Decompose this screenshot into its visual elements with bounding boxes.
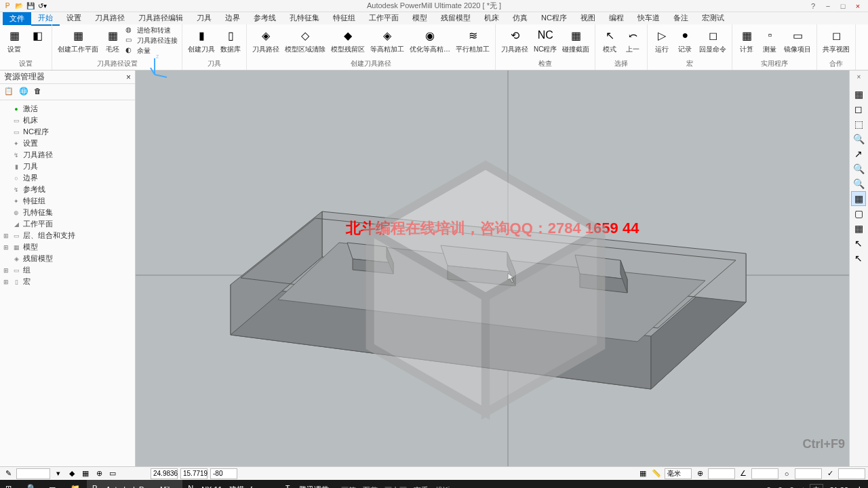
snap2-icon[interactable]: ▭ [107, 468, 118, 479]
ribbon-button[interactable]: ◧ [27, 26, 47, 46]
tree-item[interactable]: ↯刀具路径 [3, 149, 132, 161]
tray-icon[interactable]: ▲ [752, 485, 762, 488]
ribbon-button[interactable]: ⤺上一 [623, 26, 643, 56]
taskbar-app-taskview[interactable]: ▭ [43, 480, 65, 488]
expand-icon[interactable]: ⊞ [3, 244, 9, 251]
tree-item[interactable]: ✦设置 [3, 138, 132, 149]
globe-icon[interactable]: 🌐 [19, 87, 30, 98]
help-icon[interactable]: ? [808, 1, 818, 11]
ribbon-button[interactable]: ◉优化等高精… [408, 26, 452, 56]
tree-item[interactable]: ✦特征组 [3, 195, 132, 207]
taskbar-app-powermill[interactable]: PAutodesk PowerMil… [87, 480, 182, 488]
ribbon-tab[interactable]: 残留模型 [434, 12, 477, 26]
list-icon[interactable]: 📋 [4, 87, 15, 98]
ribbon-button[interactable]: ▮创建刀具 [186, 26, 216, 56]
ribbon-button[interactable]: ▯数据库 [219, 26, 242, 56]
tray-icon[interactable]: ⚙ [798, 485, 808, 488]
ime-hint[interactable]: 画中画 [384, 485, 407, 489]
tray-icon[interactable]: ⬤ [764, 485, 773, 488]
ribbon-button[interactable]: ◻共享视图 [821, 26, 851, 56]
ribbon-button[interactable]: ≋平行精加工 [454, 26, 491, 56]
tray-icon[interactable]: ⬤ [787, 485, 796, 488]
ribbon-tab[interactable]: 特征组 [326, 12, 362, 26]
ribbon-button[interactable]: NCNC程序 [532, 26, 558, 56]
ribbon-tab[interactable]: 工作平面 [362, 12, 406, 26]
taskbar-app-tencent[interactable]: T腾讯课堂 [280, 480, 334, 488]
expand-icon[interactable]: ⊞ [3, 232, 9, 239]
undo-icon[interactable]: ↺▾ [37, 1, 47, 11]
tree-item[interactable]: ◢工作平面 [3, 218, 132, 230]
ribbon-button[interactable]: ⟲刀具路径 [500, 26, 530, 56]
tree-item[interactable]: ⊕孔特征集 [3, 207, 132, 218]
snap-icon[interactable]: ◆ [66, 468, 77, 479]
lang-indicator[interactable]: 中 [810, 484, 823, 488]
tree-item[interactable]: ●激活 [3, 103, 132, 115]
ribbon-tab[interactable]: 编程 [602, 12, 631, 26]
ribbon-button[interactable]: ◻回显命令 [698, 26, 728, 56]
ribbon-button[interactable]: ▦碰撞截面 [561, 26, 591, 56]
ribbon-small-button[interactable]: ◍进给和转速 [125, 26, 178, 35]
save-icon[interactable]: 💾 [26, 1, 35, 11]
ribbon-tab[interactable]: 宏测试 [695, 12, 731, 26]
power-icon[interactable]: ⏻ [854, 485, 864, 488]
ribbon-button[interactable]: ▦毛坯 [102, 26, 123, 56]
tree-item[interactable]: ⊞▭层、组合和支持 [3, 230, 132, 241]
pencil-icon[interactable]: ✎ [3, 468, 14, 479]
ribbon-button[interactable]: ▷运行 [652, 26, 672, 56]
expand-icon[interactable]: ⊞ [3, 267, 9, 274]
ribbon-tab[interactable]: 刀具路径 [88, 12, 132, 26]
tree-item[interactable]: ▭机床 [3, 115, 132, 126]
ribbon-tab[interactable]: 快车道 [631, 12, 667, 26]
ribbon-button[interactable]: ◇模型区域清除 [283, 26, 327, 56]
tree-item[interactable]: ⊞▭组 [3, 264, 132, 276]
ribbon-tab[interactable]: 孔特征集 [283, 12, 326, 26]
ribbon-button[interactable]: ▦计算 [736, 26, 757, 56]
ribbon-button[interactable]: ↖模式 [599, 26, 620, 56]
dropdown-icon[interactable]: ▾ [53, 468, 64, 479]
tree-item[interactable]: ▭NC程序 [3, 126, 132, 138]
ribbon-tab[interactable]: 机床 [477, 12, 506, 26]
tree-item[interactable]: ⊞▦模型 [3, 241, 132, 253]
ribbon-tab[interactable]: 刀具路径编辑 [132, 12, 190, 26]
ime-hint[interactable]: 画笔 [341, 485, 356, 489]
ribbon-tab[interactable]: 仿真 [506, 12, 534, 26]
file-tab[interactable]: 文件 [3, 12, 31, 25]
ribbon-tab[interactable]: 设置 [60, 12, 88, 26]
ribbon-tab[interactable]: 边界 [218, 12, 247, 26]
ribbon-tab[interactable]: 刀具 [190, 12, 218, 26]
ribbon-button[interactable]: ▭镜像项目 [783, 26, 812, 56]
open-icon[interactable]: 📂 [14, 1, 24, 11]
ribbon-button[interactable]: ●记录 [675, 26, 695, 56]
field-4[interactable] [838, 468, 865, 479]
ribbon-tab[interactable]: 模型 [406, 12, 434, 26]
ribbon-button[interactable]: ▦创建工作平面 [56, 26, 100, 56]
3d-viewport[interactable]: 北斗编程在线培训，咨询QQ：2784 1659 44 z Ctrl+F9 [136, 70, 849, 466]
taskbar-app-explorer[interactable]: 📁 [65, 480, 87, 488]
ribbon-tab[interactable]: 备注 [667, 12, 695, 26]
tree-item[interactable]: ◈残留模型 [3, 253, 132, 264]
ime-hint[interactable]: 投诉 [435, 485, 450, 489]
tree-item[interactable]: ⊞▯宏 [3, 276, 132, 287]
taskbar-app-nx[interactable]: NNX 11 - 建模 - [_mo… [182, 480, 280, 488]
tree-item[interactable]: ○边界 [3, 172, 132, 184]
tool-selector[interactable] [16, 468, 50, 479]
explorer-close-icon[interactable]: × [126, 73, 131, 82]
ribbon-tab[interactable]: 参考线 [247, 12, 283, 26]
tray-icon[interactable]: ⬤ [775, 485, 785, 488]
ribbon-button[interactable]: ◈刀具路径 [251, 26, 281, 56]
axis-icon[interactable]: ⊕ [94, 468, 104, 479]
grid-icon[interactable]: ▦ [80, 468, 91, 479]
trash-icon[interactable]: 🗑 [34, 87, 45, 98]
ribbon-small-button[interactable]: ▭刀具路径连接 [125, 36, 178, 45]
minimize-button[interactable]: − [823, 1, 833, 11]
taskbar-app-search[interactable]: 🔍 [22, 480, 43, 488]
tree-item[interactable]: ▮刀具 [3, 161, 132, 172]
taskbar-app-start[interactable]: ⊞ [0, 480, 22, 488]
ime-hint[interactable]: 寄手 [414, 485, 429, 489]
ribbon-button[interactable]: ▫测量 [760, 26, 780, 56]
maximize-button[interactable]: □ [838, 1, 848, 11]
close-button[interactable]: × [853, 1, 863, 11]
tree-item[interactable]: ↯参考线 [3, 184, 132, 195]
ribbon-tab[interactable]: NC程序 [534, 12, 574, 26]
ime-hint[interactable]: 至剪 [363, 485, 378, 489]
